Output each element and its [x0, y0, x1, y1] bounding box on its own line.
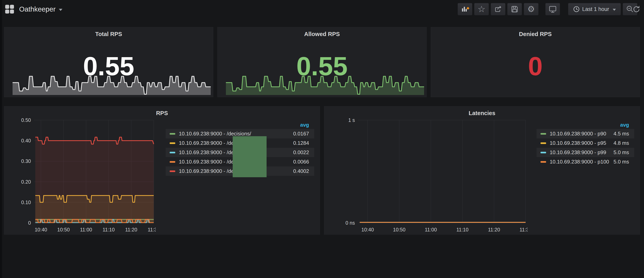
x-axis-tick-label: 11:00 — [80, 227, 92, 232]
legend-avg-value: 4.5 ms — [614, 131, 629, 137]
y-axis-tick-label: 1 s — [348, 117, 355, 123]
latencies-chart-plot[interactable]: 0 ns1 s10:4010:5011:0011:1011:2011:30 — [332, 117, 528, 234]
refresh-interval-dropdown[interactable] — [640, 7, 644, 11]
legend-avg-value: 0.0066 — [293, 159, 309, 165]
sparkline — [12, 72, 211, 95]
legend-color-chip[interactable] — [170, 161, 175, 163]
y-axis-tick-label: 0 — [28, 220, 31, 226]
x-axis-tick-label: 11:20 — [488, 227, 500, 232]
dashboards-grid-icon[interactable] — [5, 5, 14, 13]
save-icon — [510, 5, 519, 13]
legend-color-chip[interactable] — [170, 152, 175, 153]
legend-avg-header[interactable]: avg — [620, 122, 629, 128]
share-icon — [494, 5, 502, 13]
legend-series-name[interactable]: 10.10.69.238:9000 - p99 — [550, 149, 614, 156]
legend-avg-header[interactable]: avg — [300, 122, 309, 128]
legend-avg-value: 0.0167 — [293, 131, 309, 137]
time-range-label: Last 1 hour — [582, 6, 609, 12]
add-panel-button[interactable] — [458, 3, 472, 15]
panel-denied-rps: Denied RPS 0 — [431, 27, 640, 97]
latencies-svg: 0 ns1 s10:4010:5011:0011:1011:2011:30 — [332, 117, 528, 234]
dashboard-settings-button[interactable]: ⚙ — [524, 3, 538, 15]
share-dashboard-button[interactable] — [491, 3, 506, 15]
top-navbar: Oathkeeper ☆ — [0, 0, 644, 18]
legend-row[interactable]: 10.10.69.238:9000 - p904.5 ms — [536, 129, 634, 138]
time-range-caret-icon — [613, 9, 616, 11]
y-axis-tick-label: 0 ns — [346, 220, 355, 226]
settings-gear-icon: ⚙ — [527, 5, 535, 13]
legend-header: avg — [166, 121, 314, 129]
x-axis-tick-label: 10:50 — [393, 227, 406, 232]
legend-header: avg — [536, 121, 634, 129]
tv-mode-icon — [548, 5, 557, 13]
legend-row[interactable]: 10.10.69.238:9000 - p1005.0 ms — [536, 157, 634, 167]
panel-title[interactable]: Latencies — [324, 110, 640, 116]
legend-color-chip[interactable] — [170, 133, 175, 135]
sparkline-svg — [226, 72, 424, 95]
legend-avg-value: 0.0022 — [293, 149, 309, 156]
x-axis-tick-label: 11:30 — [520, 227, 528, 232]
legend-series-name[interactable]: 10.10.69.238:9000 - p100 — [550, 159, 614, 165]
panel-latencies-graph: Latencies 0 ns1 s10:4010:5011:0011:1011:… — [324, 106, 640, 235]
legend-avg-value: 5.0 ms — [614, 159, 629, 165]
x-axis-tick-label: 11:00 — [425, 227, 437, 232]
save-dashboard-button[interactable] — [507, 3, 522, 15]
dashboard-title-caret-icon[interactable] — [59, 9, 62, 11]
rps-svg: 00.100.200.300.400.5010:4010:5011:0011:1… — [12, 117, 156, 234]
time-range-picker[interactable]: Last 1 hour — [568, 3, 621, 15]
legend-series-name[interactable]: 10.10.69.238:9000 - p95 — [550, 140, 614, 146]
grid-square — [5, 5, 9, 9]
x-axis-tick-label: 11:30 — [148, 227, 156, 232]
legend-color-chip[interactable] — [540, 161, 546, 163]
y-axis-tick-label: 0.50 — [21, 117, 31, 123]
y-axis-tick-label: 0.40 — [21, 138, 31, 143]
legend-avg-value: 5.0 ms — [614, 149, 629, 156]
legend-avg-value: 0.4002 — [293, 168, 309, 174]
legend-row[interactable]: 10.10.69.238:9000 - p995.0 ms — [536, 148, 634, 157]
y-axis-tick-label: 0.30 — [21, 158, 31, 164]
refresh-button-group — [639, 3, 640, 15]
legend-color-chip[interactable] — [170, 170, 175, 172]
y-axis-tick-label: 0.20 — [21, 179, 31, 185]
sparkline-svg — [12, 72, 211, 95]
panel-rps-graph: RPS 00.100.200.300.400.5010:4010:5011:00… — [4, 106, 320, 235]
grafana-dashboard: Oathkeeper ☆ — [0, 0, 644, 278]
legend-color-chip[interactable] — [540, 133, 546, 135]
legend-row[interactable]: 10.10.69.238:9000 - p954.8 ms — [536, 138, 634, 148]
x-axis-tick-label: 11:10 — [102, 227, 115, 232]
y-axis-tick-label: 0.10 — [21, 200, 31, 205]
legend-series-name[interactable]: 10.10.69.238:9000 - /decisions/ — [179, 131, 293, 137]
add-panel-icon — [460, 5, 469, 13]
stat-value: 0 — [431, 27, 640, 97]
panel-allowed-rps: Allowed RPS 0.55 — [217, 27, 427, 97]
x-axis-tick-label: 10:40 — [35, 227, 47, 232]
x-axis-tick-label: 11:20 — [125, 227, 137, 232]
x-axis-tick-label: 10:40 — [362, 227, 374, 232]
panel-title[interactable]: RPS — [4, 110, 320, 116]
refresh-button[interactable] — [632, 5, 640, 13]
grid-square — [5, 9, 9, 13]
x-axis-tick-label: 10:50 — [57, 227, 70, 232]
redaction-overlay — [233, 136, 266, 177]
legend-color-chip[interactable] — [540, 152, 546, 153]
legend-avg-value: 0.1284 — [293, 140, 309, 146]
tv-mode-button[interactable] — [545, 3, 560, 15]
sparkline — [226, 72, 424, 95]
legend-avg-value: 4.8 ms — [614, 140, 629, 146]
rps-chart-plot[interactable]: 00.100.200.300.400.5010:4010:5011:0011:1… — [12, 117, 156, 234]
legend-series-name[interactable]: 10.10.69.238:9000 - p90 — [550, 131, 614, 137]
refresh-icon — [632, 5, 640, 13]
star-dashboard-button[interactable]: ☆ — [474, 3, 489, 15]
legend-color-chip[interactable] — [540, 142, 546, 144]
latencies-legend: avg 10.10.69.238:9000 - p904.5 ms10.10.6… — [536, 121, 634, 167]
grid-square — [10, 9, 14, 13]
collapsed-sidebar-strip — [0, 0, 2, 278]
star-icon: ☆ — [478, 5, 485, 13]
dashboard-title[interactable]: Oathkeeper — [19, 5, 56, 13]
panel-total-rps: Total RPS 0.55 — [4, 27, 213, 97]
legend-color-chip[interactable] — [170, 142, 175, 144]
x-axis-tick-label: 11:10 — [456, 227, 468, 232]
clock-icon — [573, 6, 580, 12]
grid-square — [10, 5, 14, 9]
